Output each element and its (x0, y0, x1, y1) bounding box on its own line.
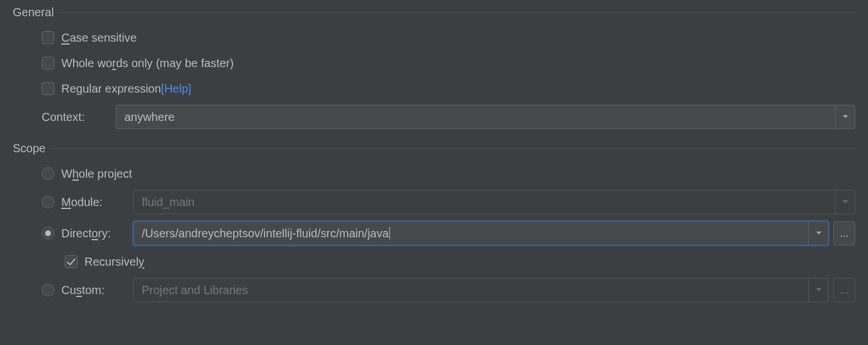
directory-browse-button[interactable]: ... (833, 221, 855, 245)
directory-value: /Users/andreycheptsov/intellij-fluid/src… (134, 222, 808, 245)
custom-combo[interactable]: Project and Libraries (133, 278, 829, 302)
custom-browse-button[interactable]: ... (833, 278, 855, 302)
chevron-down-icon (835, 190, 855, 214)
regex-checkbox[interactable] (42, 82, 54, 95)
regex-help-link[interactable]: [Help] (161, 82, 191, 95)
directory-label: Directory: (61, 227, 111, 240)
whole-words-label: Whole words only (may be faster) (61, 57, 234, 70)
custom-radio[interactable] (42, 284, 54, 296)
chevron-down-icon (835, 105, 855, 129)
context-label: Context: (42, 105, 116, 129)
general-title: General (13, 6, 54, 19)
directory-radio[interactable] (42, 227, 54, 240)
general-group: General Case sensitive Whole words only … (13, 6, 855, 129)
separator (60, 12, 855, 13)
scope-title: Scope (13, 142, 46, 155)
module-label: Module: (61, 196, 102, 209)
context-value: anywhere (116, 105, 835, 129)
module-radio[interactable] (42, 196, 54, 208)
case-sensitive-label: Case sensitive (61, 31, 137, 45)
context-combo[interactable]: anywhere (116, 105, 855, 129)
chevron-down-icon (808, 222, 828, 245)
module-value: fluid_main (134, 190, 835, 214)
chevron-down-icon (808, 278, 828, 302)
directory-combo[interactable]: /Users/andreycheptsov/intellij-fluid/src… (133, 221, 829, 245)
recursively-checkbox[interactable] (65, 255, 78, 268)
custom-label: Custom: (61, 284, 104, 297)
custom-value: Project and Libraries (134, 278, 808, 302)
recursively-label: Recursively (84, 255, 144, 269)
scope-group: Scope Whole project Module: fluid_main (13, 142, 855, 302)
whole-project-label: Whole project (61, 167, 132, 181)
whole-project-radio[interactable] (42, 167, 54, 180)
regex-label: Regular expression[Help] (61, 82, 192, 96)
separator (52, 148, 855, 149)
case-sensitive-checkbox[interactable] (42, 31, 54, 44)
whole-words-checkbox[interactable] (42, 57, 54, 69)
module-combo[interactable]: fluid_main (133, 190, 855, 214)
